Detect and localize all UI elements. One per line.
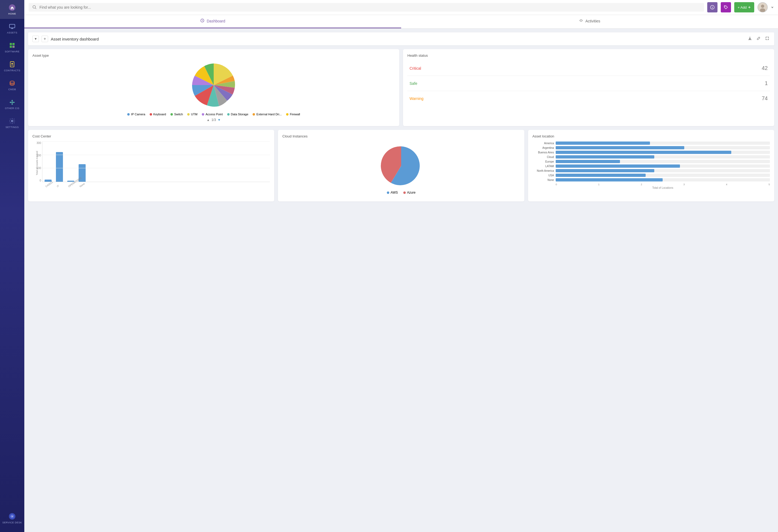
legend-label-azure: Azure [407,191,415,194]
search-icon [32,5,37,9]
svg-point-7 [11,63,13,65]
legend-keyboard: Keyboard [150,113,166,116]
collapse-button[interactable]: ▼ [32,36,39,42]
legend-dot-aws [387,191,389,194]
search-input[interactable] [40,5,700,9]
loc-label-cloud: Cloud [532,156,554,159]
sidebar-item-cmdb[interactable]: CMDB [0,76,24,94]
svg-rect-2 [10,43,12,45]
assets-icon [8,23,16,30]
x-label-2: 2 [641,183,642,186]
loc-bar-buenos-aires [556,151,731,154]
home-icon [8,4,16,11]
asset-type-card: Asset type [28,49,399,126]
expand-button[interactable] [765,36,770,42]
avatar[interactable] [758,2,768,12]
bar-it-rect [56,152,63,182]
location-x-labels: 0 1 2 3 4 5 [532,183,770,186]
legend-label-firewall: Firewall [290,113,300,116]
loc-label-argentina: Argentina [532,146,554,149]
sidebar-item-settings[interactable]: SETTINGS [0,113,24,132]
loc-bar-america [556,142,650,145]
loc-bar-europe [556,160,620,163]
sidebar-item-service-desk[interactable]: SERVICE DESK [0,509,24,528]
add-button[interactable]: + Add [734,2,754,12]
tab-dashboard[interactable]: Dashboard [24,15,401,28]
health-warning-row: Warning 74 [407,91,770,106]
sidebar-item-software[interactable]: SOFTWARE [0,38,24,57]
x-label-4: 4 [726,183,727,186]
sidebar-item-other-cis[interactable]: OTHER CIs [0,94,24,113]
loc-bar-wrap-latam [556,165,770,168]
pagination-next[interactable]: ▼ [218,118,221,122]
legend-label-utm: UTM [191,113,198,116]
top-cards-row: Asset type [28,49,774,126]
health-critical-row: Critical 42 [407,61,770,76]
sidebar-service-desk-label: SERVICE DESK [2,521,22,524]
loc-row-latam: LATAM [532,165,770,168]
legend-label-keyboard: Keyboard [153,113,166,116]
svg-point-12 [12,516,13,517]
asset-type-pagination: ▲ 1/3 ▼ [207,118,221,122]
asset-type-pie-area: IP Camera Keyboard Switch UTM [32,61,395,122]
legend-dot-switch [170,113,173,115]
bottom-cards-row: Cost Center 300 200 100 0 [28,130,774,201]
add-label: + Add [737,5,747,9]
loc-row-buenos-aires: Buenos Aires [532,151,770,154]
sidebar-other-cis-label: OTHER CIs [5,107,19,110]
loc-label-usa: USA [532,174,554,177]
info-button[interactable] [707,2,717,12]
edit-button[interactable] [756,36,761,42]
asset-location-card: Asset location America Argentina [528,130,774,201]
location-x-title: Total of Locations [532,186,770,189]
x-label-5: 5 [769,183,770,186]
health-status-title: Health status [407,54,770,58]
sidebar-item-assets[interactable]: ASSETS [0,19,24,38]
tag-button[interactable] [721,2,731,12]
sidebar-item-contracts[interactable]: CONTRACTS [0,57,24,76]
legend-label-ext-hdd: External Hard Dri... [256,113,282,116]
x-label-1: 1 [598,183,600,186]
asset-location-chart: America Argentina Buenos Aires [532,142,770,189]
add-widget-button[interactable]: + [42,36,48,42]
legend-dot-azure [403,191,406,194]
grid-line-top [43,142,270,142]
loc-bar-wrap-america [556,142,770,145]
cost-center-y-title: Total of Assets tracked [36,151,38,175]
loc-bar-wrap-none [556,178,770,181]
health-safe-value: 1 [765,80,768,86]
svg-point-13 [33,6,36,8]
dashboard-tab-icon [200,18,205,24]
legend-data-storage: Data Storage [227,113,248,116]
legend-ext-hdd: External Hard Dri... [252,113,282,116]
activities-tab-icon [579,18,583,24]
cloud-pie-chart [380,144,423,187]
contracts-icon [8,61,16,68]
sidebar-item-home[interactable]: HOME [0,0,24,19]
cloud-instances-card: Cloud Instances AWS [278,130,524,201]
cost-center-card: Cost Center 300 200 100 0 [28,130,274,201]
loc-label-buenos-aires: Buenos Aires [532,151,554,154]
legend-azure: Azure [403,191,415,194]
x-label-0: 0 [556,183,557,186]
grid-line-2 [43,168,270,168]
legend-firewall: Firewall [286,113,300,116]
legend-label-switch: Switch [174,113,183,116]
x-label-it: IT [56,182,64,188]
other-cis-icon [8,98,16,106]
bar-it [56,152,63,182]
asset-type-title: Asset type [32,54,395,58]
download-button[interactable] [747,36,753,42]
legend-dot-data-storage [227,113,230,115]
legend-dot-ext-hdd [252,113,255,115]
cloud-legend: AWS Azure [387,191,415,194]
tab-activities[interactable]: Activities [401,15,778,28]
cost-center-x-labels: C43521 IT OPERATIONS None [42,184,270,186]
health-warning-label: Warning [409,96,423,101]
loc-bar-cloud [556,155,654,159]
loc-bar-wrap-argentina [556,146,770,149]
pagination-prev[interactable]: ▲ [207,118,210,122]
legend-dot-keyboard [150,113,152,115]
pagination-label: 1/3 [212,118,216,122]
cost-center-title: Cost Center [32,134,270,138]
